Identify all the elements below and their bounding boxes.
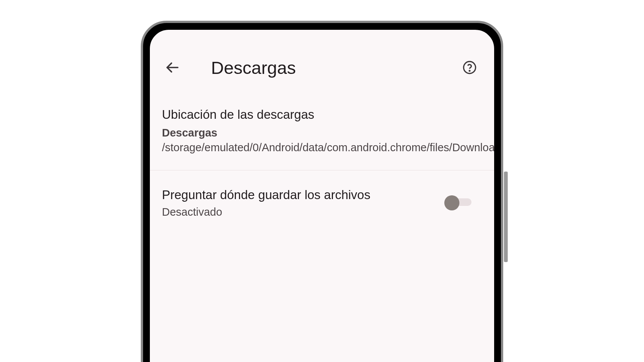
- setting-value-prefix: Descargas: [162, 127, 217, 139]
- setting-status: Desactivado: [162, 206, 443, 218]
- help-icon: [462, 60, 477, 75]
- page-title: Descargas: [211, 57, 460, 78]
- phone-side-button: [504, 172, 508, 262]
- settings-list: Ubicación de las descargas Descargas /st…: [162, 107, 482, 218]
- setting-value-path: /storage/emulated/0/Android/data/com.and…: [162, 141, 499, 153]
- setting-title: Ubicación de las descargas: [162, 107, 482, 122]
- help-button[interactable]: [460, 58, 479, 77]
- phone-frame: Descargas Ubicación de las descargas: [141, 21, 503, 362]
- phone-screen: Descargas Ubicación de las descargas: [145, 25, 499, 362]
- phone-bezel: Descargas Ubicación de las descargas: [141, 21, 503, 362]
- svg-point-2: [469, 71, 470, 71]
- setting-value: Descargas /storage/emulated/0/Android/da…: [162, 126, 482, 155]
- toggle-thumb: [444, 195, 459, 210]
- app-bar: Descargas: [162, 49, 482, 86]
- back-button[interactable]: [163, 58, 182, 77]
- setting-title: Preguntar dónde guardar los archivos: [162, 188, 443, 202]
- toggle-switch[interactable]: [443, 194, 473, 209]
- ask-where-save-setting[interactable]: Preguntar dónde guardar los archivos Des…: [162, 170, 482, 218]
- arrow-back-icon: [165, 60, 180, 75]
- download-location-setting[interactable]: Ubicación de las descargas Descargas /st…: [162, 107, 482, 170]
